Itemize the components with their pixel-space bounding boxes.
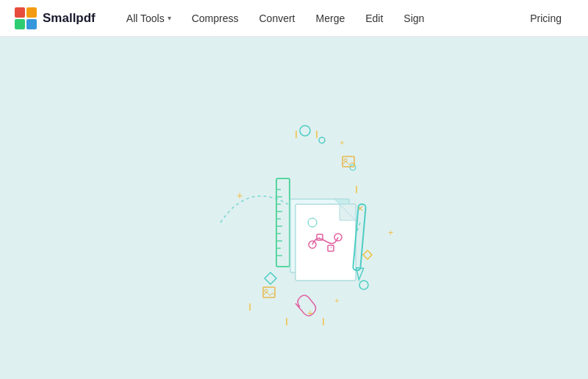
svg-point-5 xyxy=(319,137,325,143)
nav-merge[interactable]: Merge xyxy=(307,8,354,29)
nav-sign[interactable]: Sign xyxy=(395,8,433,29)
svg-rect-1 xyxy=(26,7,37,18)
hero-illustration: + + + + + ✕ ✕ ✕ xyxy=(176,90,412,325)
svg-rect-3 xyxy=(26,19,37,29)
svg-text:+: + xyxy=(237,190,243,201)
svg-marker-22 xyxy=(265,272,276,284)
svg-text:+: + xyxy=(340,138,344,147)
nav-edit[interactable]: Edit xyxy=(356,8,392,29)
svg-rect-0 xyxy=(15,7,25,18)
svg-text:+: + xyxy=(307,307,313,319)
chevron-down-icon: ▾ xyxy=(168,14,171,22)
nav-convert[interactable]: Convert xyxy=(250,8,304,29)
svg-text:+: + xyxy=(334,296,339,305)
svg-point-7 xyxy=(359,281,368,289)
svg-rect-26 xyxy=(263,287,275,297)
svg-rect-24 xyxy=(343,156,354,167)
main-content: + + + + + ✕ ✕ ✕ xyxy=(0,37,588,379)
header: Smallpdf All Tools ▾ Compress Convert Me… xyxy=(0,0,588,37)
logo-text: Smallpdf xyxy=(43,11,96,26)
svg-point-27 xyxy=(265,289,268,292)
svg-rect-28 xyxy=(276,178,290,267)
logo-icon xyxy=(15,7,37,29)
svg-point-25 xyxy=(344,159,347,162)
svg-point-6 xyxy=(350,165,356,170)
logo-link[interactable]: Smallpdf xyxy=(15,7,96,29)
main-nav: All Tools ▾ Compress Convert Merge Edit … xyxy=(118,8,518,29)
nav-pricing[interactable]: Pricing xyxy=(518,8,573,29)
svg-text:+: + xyxy=(388,228,393,238)
nav-right: Pricing xyxy=(518,8,573,29)
svg-marker-23 xyxy=(363,250,372,259)
nav-compress[interactable]: Compress xyxy=(183,8,248,29)
svg-point-4 xyxy=(300,126,310,136)
svg-rect-2 xyxy=(15,19,25,29)
nav-all-tools[interactable]: All Tools ▾ xyxy=(118,8,180,29)
